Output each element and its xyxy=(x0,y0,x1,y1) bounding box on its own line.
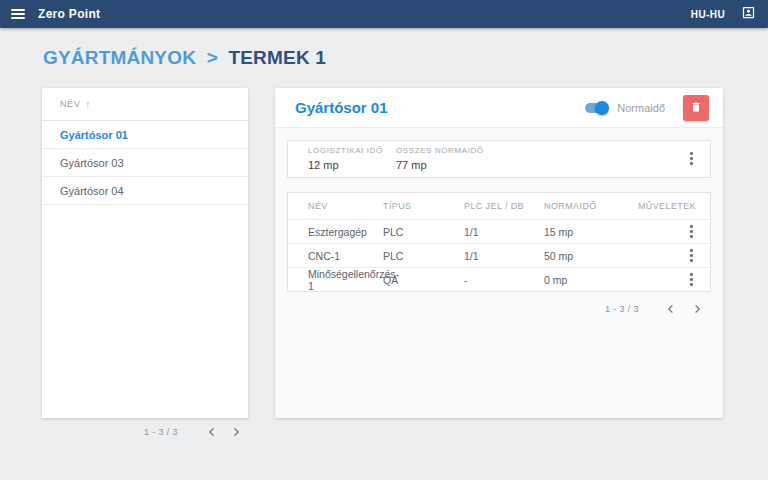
table-prev-page-button[interactable] xyxy=(663,301,679,317)
summary-more-menu-icon[interactable] xyxy=(687,150,696,167)
table-next-page-button[interactable] xyxy=(689,301,705,317)
table-paginator: 1 - 3 / 3 xyxy=(275,301,705,317)
row-more-menu-icon[interactable] xyxy=(687,223,696,240)
cell-norm: 15 mp xyxy=(544,226,636,238)
list-item-gyartosor-04[interactable]: Gyártósor 04 xyxy=(42,177,248,205)
toggle-track-icon xyxy=(585,103,607,113)
total-norm-time-field: ÖSSZES NORMAIDŐ 77 mp xyxy=(396,146,687,171)
table-row: CNC-1 PLC 1/1 50 mp xyxy=(288,243,710,267)
app-title: Zero Point xyxy=(38,7,100,21)
delete-line-button[interactable] xyxy=(683,95,709,121)
col-header-nev[interactable]: NÉV xyxy=(308,201,383,211)
menu-icon[interactable] xyxy=(11,7,25,21)
row-more-menu-icon[interactable] xyxy=(687,271,696,288)
account-box-icon xyxy=(741,5,756,24)
cell-type: PLC xyxy=(383,226,464,238)
cell-plc: - xyxy=(464,274,544,286)
list-prev-page-button[interactable] xyxy=(204,424,220,440)
col-header-tipus[interactable]: TÍPUS xyxy=(383,201,464,211)
breadcrumb-current: TERMEK 1 xyxy=(228,47,326,68)
cell-plc: 1/1 xyxy=(464,250,544,262)
cell-name: Esztergagép xyxy=(308,226,383,238)
total-norm-time-value: 77 mp xyxy=(396,159,687,171)
table-row: Esztergagép PLC 1/1 15 mp xyxy=(288,219,710,243)
table-row: Minőségellenőrzés-1 QA - 0 mp xyxy=(288,267,710,291)
line-detail-panel: Gyártósor 01 Normaidő LOGISZTIKAI IDŐ 12… xyxy=(275,88,723,418)
breadcrumb-separator: > xyxy=(207,47,218,68)
row-more-menu-icon[interactable] xyxy=(687,247,696,264)
operations-table: NÉV TÍPUS PLC JEL / DB NORMAIDŐ MŰVELETE… xyxy=(287,192,711,292)
cell-plc: 1/1 xyxy=(464,226,544,238)
list-item-gyartosor-01[interactable]: Gyártósor 01 xyxy=(42,121,248,149)
breadcrumb-parent-link[interactable]: GYÁRTMÁNYOK xyxy=(43,47,196,68)
col-header-normaido[interactable]: NORMAIDŐ xyxy=(544,201,636,211)
list-item-gyartosor-03[interactable]: Gyártósor 03 xyxy=(42,149,248,177)
list-paginator: 1 - 3 / 3 xyxy=(42,424,248,440)
logistics-time-field: LOGISZTIKAI IDŐ 12 mp xyxy=(308,146,396,171)
col-header-muveletek: MŰVELETEK xyxy=(636,201,696,211)
account-button[interactable] xyxy=(741,5,756,24)
list-next-page-button[interactable] xyxy=(228,424,244,440)
appbar-actions: HU-HU xyxy=(691,5,756,24)
language-selector[interactable]: HU-HU xyxy=(691,9,725,20)
toggle-label: Normaidő xyxy=(617,102,665,114)
list-page-range: 1 - 3 / 3 xyxy=(144,427,178,437)
table-page-range: 1 - 3 / 3 xyxy=(605,304,639,314)
summary-strip: LOGISZTIKAI IDŐ 12 mp ÖSSZES NORMAIDŐ 77… xyxy=(287,140,711,178)
list-header-label: NÉV xyxy=(60,99,80,109)
normaido-toggle[interactable]: Normaidő xyxy=(585,102,665,114)
logistics-time-value: 12 mp xyxy=(308,159,396,171)
list-sort-header[interactable]: NÉV ↑ xyxy=(42,88,248,121)
breadcrumb: GYÁRTMÁNYOK > TERMEK 1 xyxy=(43,47,326,69)
detail-title: Gyártósor 01 xyxy=(295,99,388,116)
cell-type: PLC xyxy=(383,250,464,262)
col-header-plc-jel[interactable]: PLC JEL / DB xyxy=(464,201,544,211)
detail-header: Gyártósor 01 Normaidő xyxy=(275,88,723,128)
cell-name: CNC-1 xyxy=(308,250,383,262)
trash-icon xyxy=(690,99,702,117)
total-norm-time-label: ÖSSZES NORMAIDŐ xyxy=(396,146,687,155)
cell-type: QA xyxy=(383,274,464,286)
cell-name: Minőségellenőrzés-1 xyxy=(308,268,383,292)
logistics-time-label: LOGISZTIKAI IDŐ xyxy=(308,146,396,155)
table-header-row: NÉV TÍPUS PLC JEL / DB NORMAIDŐ MŰVELETE… xyxy=(288,193,710,219)
app-bar: Zero Point HU-HU xyxy=(0,0,768,28)
sort-ascending-icon: ↑ xyxy=(85,99,91,110)
production-lines-panel: NÉV ↑ Gyártósor 01 Gyártósor 03 Gyártóso… xyxy=(42,88,248,418)
cell-norm: 0 mp xyxy=(544,274,636,286)
cell-norm: 50 mp xyxy=(544,250,636,262)
